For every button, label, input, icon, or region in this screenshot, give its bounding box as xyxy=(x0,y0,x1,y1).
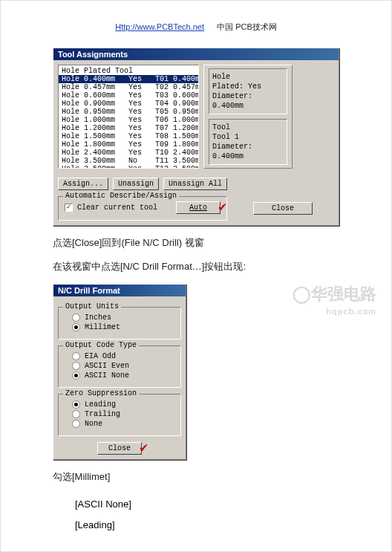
opt-trailing: Trailing xyxy=(85,410,120,418)
opt-leading: Leading xyxy=(85,400,116,409)
clear-tool-checkbox[interactable]: ✓ xyxy=(65,204,73,212)
list-row[interactable]: Hole 1.000mm Yes T06 1.000mm xyxy=(59,116,198,124)
list-row[interactable]: Hole 0.900mm Yes T04 0.900mm xyxy=(59,100,198,108)
code-legend: Output Code Type xyxy=(63,341,139,349)
info-tool-label: Tool xyxy=(212,123,284,132)
radio-millimet[interactable] xyxy=(72,323,80,331)
opt-millimet: Millimet xyxy=(85,323,120,331)
header-link[interactable]: Http://www.PCBTech.net xyxy=(115,22,204,31)
tool-assignments-dialog: Tool Assignments Hole Plated Tool Hole 0… xyxy=(53,48,339,226)
radio-trailing[interactable] xyxy=(72,410,80,418)
list-row[interactable]: Hole 1.500mm Yes T08 1.500mm xyxy=(59,132,198,140)
opt-ascii-none: ASCII None xyxy=(85,371,129,380)
list-row[interactable]: Hole 3.500mm No T11 3.500mm xyxy=(59,157,198,165)
info-tool: Tool 1 xyxy=(212,132,284,142)
info-diameter-2: Diameter: 0.400mm xyxy=(212,142,284,161)
close-button-2[interactable]: Close xyxy=(97,442,142,455)
opt-eia: EIA Odd xyxy=(85,352,116,360)
auto-group-legend: Automatic Describe/Assign xyxy=(63,192,179,200)
list-row[interactable]: Hole 0.457mm Yes T02 0.457mm xyxy=(59,83,198,91)
dialog-title: Tool Assignments xyxy=(53,48,339,60)
list-row[interactable]: Hole 1.800mm Yes T09 1.800mm xyxy=(59,140,198,149)
radio-ascii-none[interactable] xyxy=(72,371,80,380)
info-diameter-1: Diameter: 0.400mm xyxy=(212,91,284,111)
list-row[interactable]: Hole 0.600mm Yes T03 0.600mm xyxy=(59,91,198,100)
units-legend: Output Units xyxy=(63,302,121,311)
radio-eia[interactable] xyxy=(72,352,80,360)
radio-none[interactable] xyxy=(72,420,80,428)
paragraph-3: 勾选[Millimet] xyxy=(53,470,339,484)
unassign-all-button[interactable]: Unassign All xyxy=(163,178,227,190)
radio-leading[interactable] xyxy=(72,400,80,409)
hole-list[interactable]: Hole Plated Tool Hole 0.400mm Yes T01 0.… xyxy=(58,65,199,169)
opt-ascii-even: ASCII Even xyxy=(85,362,129,370)
page-header: Http://www.PCBTech.net 中国 PCB技术网 xyxy=(53,22,339,33)
paragraph-1: 点选[Close]回到(File N/C Drill) 视窗 xyxy=(53,236,339,250)
auto-button[interactable]: Auto xyxy=(176,201,220,214)
list-header: Hole Plated Tool xyxy=(59,67,198,75)
assign-button[interactable]: Assign... xyxy=(58,178,108,190)
info-panel: Hole Plated: Yes Diameter: 0.400mm Tool … xyxy=(203,65,293,169)
list-row[interactable]: Hole 1.200mm Yes T07 1.200mm xyxy=(59,124,198,132)
opt-inches: Inches xyxy=(85,314,111,322)
unassign-button[interactable]: Unassign xyxy=(113,178,159,190)
radio-inches[interactable] xyxy=(72,314,80,322)
zero-legend: Zero Suppression xyxy=(63,389,139,397)
radio-ascii-even[interactable] xyxy=(72,362,80,370)
dialog2-title: N/C Drill Format xyxy=(53,285,186,296)
bullet-leading: [Leading] xyxy=(75,515,339,536)
paragraph-2: 在该视窗中点选[N/C Drill Format…]按钮出现: xyxy=(53,260,339,273)
opt-zero-none: None xyxy=(85,420,102,428)
list-row[interactable]: Hole 0.950mm Yes T05 0.950mm xyxy=(59,108,198,116)
list-row[interactable]: Hole 2.400mm Yes T10 2.400mm xyxy=(59,149,198,157)
info-hole-label: Hole xyxy=(212,72,284,82)
info-plated: Plated: Yes xyxy=(212,82,284,91)
clear-tool-label: Clear current tool xyxy=(77,204,157,212)
close-button[interactable]: Close xyxy=(253,202,313,215)
drill-format-dialog: N/C Drill Format Output Units Inches Mil… xyxy=(53,284,186,460)
bullet-ascii-none: [ASCII None] xyxy=(75,494,339,515)
list-row[interactable]: Hole 0.400mm Yes T01 0.400mm xyxy=(59,75,198,83)
header-text: 中国 PCB技术网 xyxy=(217,22,277,31)
